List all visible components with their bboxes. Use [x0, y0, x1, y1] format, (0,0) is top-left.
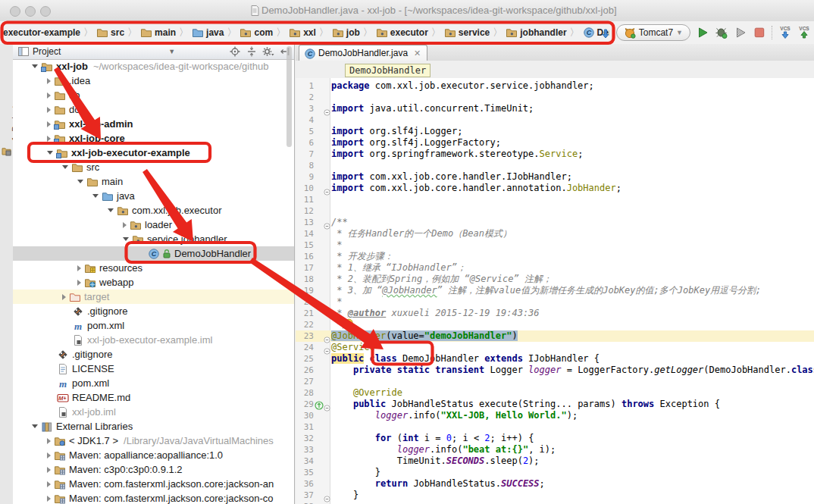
code-line-31[interactable]: 31	[296, 421, 814, 433]
fold-marker[interactable]	[324, 219, 330, 226]
fold-marker[interactable]	[324, 401, 330, 408]
tree-item-resources[interactable]: resources	[13, 261, 294, 275]
tree-expand-arrow[interactable]	[47, 136, 51, 142]
settings-gear-button[interactable]	[262, 45, 274, 58]
code-line-21[interactable]: 21 * @author xuxueli 2015-12-19 19:43:36	[296, 308, 814, 319]
code-editor[interactable]: 1package com.xxl.job.executor.service.jo…	[296, 78, 814, 504]
tree-item-pom.xml[interactable]: mpom.xml	[13, 318, 294, 333]
tree-item-db[interactable]: db	[13, 88, 294, 102]
fold-marker[interactable]	[324, 105, 330, 112]
code-line-1[interactable]: 1package com.xxl.job.executor.service.jo…	[296, 80, 814, 92]
code-line-17[interactable]: 17 * 1、继承 “IJobHandler”；	[296, 262, 814, 274]
code-line-35[interactable]: 35 }	[296, 467, 814, 478]
code-line-19[interactable]: 19 * 3、加 “@JobHander” 注解，注解value值为新增任务生成…	[296, 285, 814, 296]
code-line-25[interactable]: 25public class DemoJobHandler extends IJ…	[296, 353, 814, 365]
tree-item--jdk1.7-[interactable]: < JDK1.7 >/Library/Java/JavaVirtualMachi…	[13, 434, 294, 448]
tree-item-license[interactable]: LICENSE	[13, 362, 294, 376]
tree-expand-arrow[interactable]	[47, 107, 51, 113]
breadcrumb-item-java[interactable]: java	[192, 27, 224, 39]
breadcrumb-item-main[interactable]: main	[140, 27, 176, 39]
scroll-from-source-button[interactable]	[229, 45, 241, 58]
code-line-9[interactable]: 9import com.xxl.job.core.handler.IJobHan…	[296, 171, 814, 183]
tree-item-maven-com.fasterxml.jackson.core-jackson-co[interactable]: Maven: com.fasterxml.jackson.core:jackso…	[13, 491, 294, 504]
code-line-37[interactable]: 37 }	[296, 490, 814, 501]
code-line-12[interactable]: 12	[296, 205, 814, 217]
fold-marker[interactable]	[324, 492, 330, 499]
code-line-11[interactable]: 11	[296, 194, 814, 205]
tree-item-readme.md[interactable]: MREADME.md	[13, 390, 294, 405]
tree-item-maven-com.fasterxml.jackson.core-jackson-an[interactable]: Maven: com.fasterxml.jackson.core:jackso…	[13, 477, 294, 491]
code-line-20[interactable]: 20 *	[296, 296, 814, 308]
tree-item-target[interactable]: target	[13, 290, 294, 304]
tree-expand-arrow[interactable]	[108, 208, 114, 212]
override-method-icon[interactable]	[315, 399, 324, 413]
tree-item-src[interactable]: src	[13, 160, 294, 174]
run-configuration-selector[interactable]: Tomcat7 ▼	[616, 24, 690, 41]
tree-item-demojobhandler[interactable]: CDemoJobHandler	[13, 246, 294, 261]
code-line-3[interactable]: 3import java.util.concurrent.TimeUnit;	[296, 103, 814, 114]
tree-expand-arrow[interactable]	[47, 121, 51, 127]
code-line-16[interactable]: 16 * 开发步骤：	[296, 251, 814, 262]
tree-expand-arrow[interactable]	[47, 78, 51, 84]
code-line-38[interactable]: 38	[296, 501, 814, 504]
code-line-36[interactable]: 36 return JobHandleStatus.SUCCESS;	[296, 478, 814, 490]
tree-item-xxl-job[interactable]: xxl-job~/workspaces/idea-git-workspace/g…	[13, 59, 294, 74]
breadcrumb-item-executor-example[interactable]: executor-example	[3, 27, 80, 38]
tree-item-com.xxl.job.executor[interactable]: com.xxl.job.executor	[13, 203, 294, 218]
tree-item-xxl-job-admin[interactable]: xxl-job-admin	[13, 117, 294, 131]
tree-item-service.jobhandler[interactable]: service.jobhandler	[13, 232, 294, 246]
editor-tab[interactable]: C DemoJobHandler.java ✕	[299, 45, 427, 61]
breadcrumb-item-com[interactable]: com	[240, 27, 273, 39]
tree-expand-arrow[interactable]	[47, 467, 51, 473]
breadcrumb-item-executor[interactable]: executor	[376, 27, 428, 39]
tree-item-java[interactable]: java	[13, 189, 294, 203]
code-line-13[interactable]: 13/**	[296, 217, 814, 228]
tree-item-webapp[interactable]: webapp	[13, 275, 294, 290]
debug-button[interactable]	[715, 26, 728, 39]
tree-item-xxl-job-core[interactable]: xxl-job-core	[13, 131, 294, 146]
code-line-18[interactable]: 18 * 2、装配到Spring，例如加 “@Service” 注解；	[296, 274, 814, 285]
tree-expand-arrow[interactable]	[62, 165, 68, 169]
tree-expand-arrow[interactable]	[92, 194, 99, 198]
code-line-7[interactable]: 7import org.springframework.stereotype.S…	[296, 149, 814, 160]
tree-item-pom.xml[interactable]: mpom.xml	[13, 376, 294, 390]
tree-item-.idea[interactable]: .idea	[13, 74, 294, 88]
breadcrumb-item-job[interactable]: job	[332, 27, 360, 39]
tree-item-.gitignore[interactable]: .gitignore	[13, 304, 294, 318]
fold-marker[interactable]	[324, 333, 330, 340]
stop-button[interactable]	[753, 26, 766, 39]
code-line-5[interactable]: 5import org.slf4j.Logger;	[296, 126, 814, 137]
code-line-32[interactable]: 32 for (int i = 0; i < 2; i++) {	[296, 433, 814, 444]
code-line-30[interactable]: 30 logger.info("XXL-JOB, Hello World.");	[296, 410, 814, 421]
tree-expand-arrow[interactable]	[32, 64, 38, 68]
tree-expand-arrow[interactable]	[47, 496, 51, 502]
tree-expand-arrow[interactable]	[47, 151, 53, 155]
window-zoom-button[interactable]	[40, 6, 51, 17]
code-line-26[interactable]: 26 private static transient Logger logge…	[296, 365, 814, 376]
code-line-23[interactable]: 23@JobHander(value="demoJobHandler")	[296, 330, 814, 342]
fold-marker[interactable]	[324, 185, 330, 192]
code-line-27[interactable]: 27	[296, 376, 814, 387]
tree-expand-arrow[interactable]	[77, 180, 83, 183]
tree-item-.gitignore[interactable]: .gitignore	[13, 347, 294, 362]
run-button[interactable]	[696, 26, 709, 39]
tree-expand-arrow[interactable]	[47, 92, 51, 99]
tree-item-maven-c3p0-c3p0-0.9.1.2[interactable]: Maven: c3p0:c3p0:0.9.1.2	[13, 462, 294, 477]
code-line-22[interactable]: 22 */	[296, 319, 814, 330]
tree-expand-arrow[interactable]	[77, 265, 81, 271]
tree-item-xxl-job-executor-example[interactable]: xxl-job-executor-example	[13, 146, 294, 160]
code-line-8[interactable]: 8	[296, 160, 814, 171]
tree-expand-arrow[interactable]	[47, 438, 51, 444]
tree-expand-arrow[interactable]	[123, 237, 129, 241]
tree-expand-arrow[interactable]	[47, 452, 51, 459]
close-tab-icon[interactable]: ✕	[414, 49, 421, 58]
tree-item-maven-aopalliance-aopalliance-1.0[interactable]: Maven: aopalliance:aopalliance:1.0	[13, 448, 294, 462]
run-with-coverage-button[interactable]	[734, 26, 747, 39]
code-line-15[interactable]: 15 *	[296, 239, 814, 251]
tree-item-loader[interactable]: loader	[13, 218, 294, 232]
tree-item-xxl-job-executor-example.iml[interactable]: xxl-job-executor-example.iml	[13, 333, 294, 347]
code-line-14[interactable]: 14 * 任务Handler的一个Demo（Bean模式）	[296, 228, 814, 239]
code-line-4[interactable]: 4	[296, 114, 814, 126]
code-line-10[interactable]: 10import com.xxl.job.core.handler.annota…	[296, 183, 814, 194]
tree-expand-arrow[interactable]	[77, 280, 81, 286]
